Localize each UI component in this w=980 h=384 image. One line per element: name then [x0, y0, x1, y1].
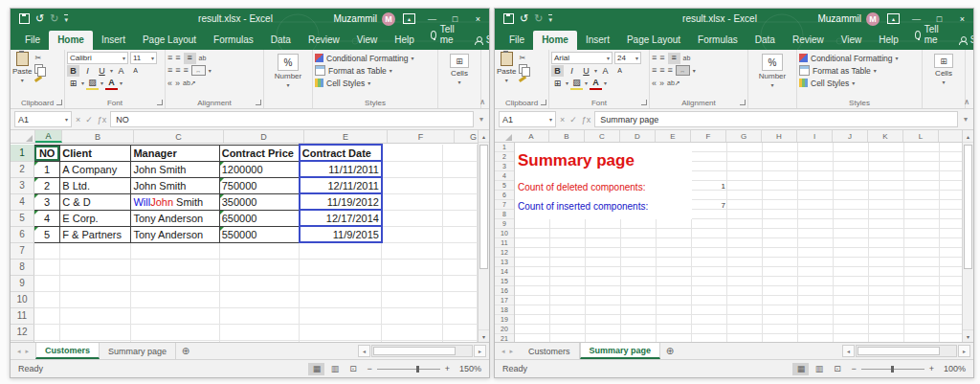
- page-layout-view-icon[interactable]: ▥: [326, 363, 343, 375]
- clipboard-dialog-launcher[interactable]: [56, 100, 62, 105]
- font-name-select[interactable]: Arial▾: [551, 52, 612, 64]
- horizontal-scrollbar[interactable]: ◂ ▸: [358, 343, 489, 359]
- column-header[interactable]: J: [833, 130, 868, 142]
- row-header[interactable]: 10: [11, 291, 33, 307]
- cell[interactable]: [382, 324, 442, 340]
- vertical-scrollbar[interactable]: ▴ ▾: [478, 130, 489, 342]
- tab-formulas[interactable]: Formulas: [689, 31, 746, 50]
- column-header[interactable]: I: [797, 130, 833, 142]
- cell-e1[interactable]: Contract Date: [300, 145, 382, 161]
- align-left-icon[interactable]: ≡: [652, 66, 657, 75]
- copy-icon[interactable]: [34, 64, 43, 73]
- expand-formula-bar-icon[interactable]: ▾: [478, 115, 485, 124]
- wrap-text-icon[interactable]: ab: [199, 55, 207, 61]
- cell[interactable]: [382, 161, 442, 177]
- page-layout-view-icon[interactable]: ▥: [811, 363, 827, 375]
- cell-a6[interactable]: 5: [33, 226, 59, 242]
- paste-button[interactable]: Paste ▾: [497, 52, 516, 83]
- column-header-a[interactable]: A: [35, 130, 62, 143]
- row-header[interactable]: 6: [11, 226, 33, 242]
- row-header[interactable]: 8: [11, 259, 33, 275]
- redo-icon[interactable]: ↻: [534, 13, 543, 24]
- share-button[interactable]: Share: [465, 31, 490, 50]
- vertical-scroll-thumb[interactable]: [964, 145, 972, 269]
- cell[interactable]: [382, 307, 442, 324]
- alignment-dialog-launcher[interactable]: [740, 100, 746, 105]
- align-top-icon[interactable]: ≡: [652, 54, 657, 62]
- cell-d2[interactable]: 1200000: [219, 161, 300, 177]
- save-icon[interactable]: [19, 13, 30, 24]
- sheet-tab-customers[interactable]: Customers: [35, 343, 100, 359]
- cell[interactable]: [442, 324, 477, 340]
- cell-e3[interactable]: 12/11/2011: [300, 177, 382, 193]
- cell[interactable]: [382, 340, 442, 342]
- tab-insert[interactable]: Insert: [93, 31, 134, 50]
- shrink-font-button[interactable]: A: [129, 65, 142, 77]
- undo-icon[interactable]: ↺: [35, 13, 44, 24]
- worksheet-summary[interactable]: ABCDEFGHIJKL 123456789101112131415161718…: [495, 130, 962, 342]
- row-header[interactable]: 4: [11, 193, 33, 210]
- deleted-components-value[interactable]: 1: [693, 182, 725, 191]
- cell[interactable]: [131, 259, 219, 275]
- align-left-icon[interactable]: ≡: [167, 66, 172, 75]
- cell[interactable]: [60, 324, 131, 340]
- select-all-corner[interactable]: [11, 130, 35, 143]
- underline-button[interactable]: U: [580, 65, 592, 77]
- font-size-select[interactable]: 24▾: [614, 52, 641, 64]
- new-sheet-icon[interactable]: ⊕: [660, 343, 679, 359]
- align-center-icon[interactable]: ≡: [175, 66, 180, 75]
- row-header[interactable]: 2: [11, 161, 33, 177]
- align-middle-icon[interactable]: ≡: [175, 54, 180, 62]
- next-sheet-icon[interactable]: ▸: [26, 348, 30, 355]
- cell-b4[interactable]: C & D: [60, 193, 131, 210]
- cell[interactable]: [60, 291, 131, 307]
- cell[interactable]: [442, 340, 477, 342]
- column-header[interactable]: E: [656, 130, 691, 142]
- row-header[interactable]: 3: [495, 162, 514, 171]
- column-header-d[interactable]: D: [224, 130, 304, 143]
- fill-color-icon[interactable]: ▨: [86, 77, 99, 90]
- format-as-table-button[interactable]: Format as Table▾: [799, 64, 920, 77]
- font-dialog-launcher[interactable]: [157, 100, 163, 105]
- decrease-indent-icon[interactable]: «: [652, 79, 657, 88]
- normal-view-icon[interactable]: ▦: [792, 363, 809, 375]
- cells-button[interactable]: ⊞ Cells ▾: [924, 52, 963, 85]
- cell[interactable]: [442, 193, 477, 210]
- enter-icon[interactable]: ✓: [85, 115, 93, 124]
- cut-icon[interactable]: ✂: [34, 54, 43, 62]
- cell-d6[interactable]: 550000: [219, 226, 300, 242]
- font-color-icon[interactable]: A: [105, 77, 118, 90]
- cell[interactable]: [442, 275, 477, 291]
- page-break-view-icon[interactable]: ⊡: [345, 363, 361, 375]
- cell[interactable]: [219, 340, 300, 342]
- row-header[interactable]: 12: [11, 324, 33, 340]
- merge-center-icon[interactable]: ↔: [191, 65, 206, 76]
- italic-button[interactable]: I: [81, 65, 94, 77]
- horizontal-scrollbar[interactable]: ◂ ▸: [842, 343, 973, 359]
- undo-icon[interactable]: ↺: [520, 13, 528, 24]
- save-icon[interactable]: [503, 13, 514, 24]
- increase-indent-icon[interactable]: »: [659, 79, 664, 88]
- vertical-scroll-thumb[interactable]: [479, 145, 488, 269]
- zoom-out-icon[interactable]: −: [851, 364, 856, 373]
- tab-help[interactable]: Help: [870, 31, 907, 50]
- zoom-slider-knob[interactable]: [891, 366, 894, 373]
- collapse-ribbon-icon[interactable]: ∧: [479, 98, 485, 106]
- tab-review[interactable]: Review: [784, 31, 833, 50]
- orientation-icon[interactable]: ab↗: [667, 79, 680, 87]
- row-header[interactable]: 9: [495, 219, 514, 229]
- cell[interactable]: [219, 291, 300, 307]
- align-middle-icon[interactable]: ≡: [659, 54, 664, 62]
- orientation-icon[interactable]: ab↗: [183, 79, 196, 87]
- row-header[interactable]: 11: [11, 307, 33, 324]
- row-header[interactable]: 15: [495, 277, 514, 286]
- row-header[interactable]: 10: [495, 229, 514, 238]
- cell[interactable]: [33, 324, 59, 340]
- clipboard-dialog-launcher[interactable]: [541, 100, 546, 105]
- cells-button[interactable]: ⊞ Cells ▾: [440, 52, 479, 85]
- zoom-in-icon[interactable]: +: [445, 364, 450, 373]
- cell[interactable]: [300, 259, 382, 275]
- row-header[interactable]: 21: [495, 334, 514, 342]
- cell[interactable]: [131, 340, 219, 342]
- new-sheet-icon[interactable]: ⊕: [176, 343, 195, 359]
